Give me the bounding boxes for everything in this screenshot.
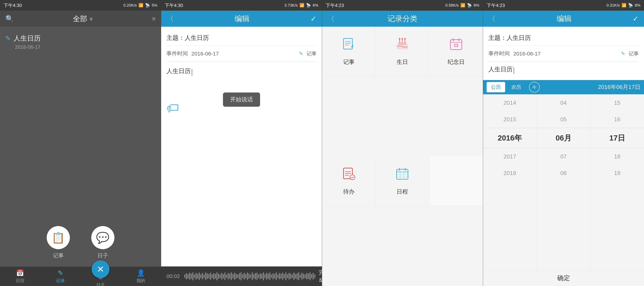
calendar-type-solar[interactable]: 公历 (486, 82, 505, 92)
chevron-down-icon[interactable]: ∨ (89, 16, 93, 22)
category-birthday[interactable]: 生日 (376, 27, 430, 76)
category-birthday-label: 生日 (396, 58, 408, 66)
category-anniversary[interactable]: 6 纪念日 (429, 27, 483, 76)
speed-4: 0.31K/s (606, 3, 620, 8)
year-item-2014[interactable]: 2014 (483, 95, 536, 111)
panel-edit-date: 下午4:23 0.31K/s 📶 📡 8% 〈 编辑 ✓ 主题：人生日历 事件时… (483, 0, 644, 286)
action-jishi-label: 记事 (53, 252, 64, 259)
signal-icon-4: 📶 (622, 3, 626, 8)
subject-row-2: 主题：人生日历 (166, 30, 316, 46)
speed-2: 3.73K/s (284, 3, 298, 8)
category-schedule-label: 日程 (396, 188, 408, 196)
type-badge-2[interactable]: 记事 (306, 50, 316, 57)
action-jishi-icon: 📋 (47, 226, 70, 249)
header-title-1: 全部 ∨ (73, 14, 93, 24)
tag-icon-2: 🏷 (166, 101, 179, 115)
panel-category: 下午4:23 0.58K/s 📶 📡 8% 〈 记录分类 记事 (322, 0, 483, 286)
record-tab-label: 记录 (56, 278, 65, 284)
event-edit-icon-4[interactable]: ✎ (621, 51, 625, 57)
back-button-2[interactable]: 〈 (166, 14, 174, 24)
todo-icon (342, 167, 356, 184)
tab-record[interactable]: ✎ 记录 (40, 267, 80, 286)
year-item-2015[interactable]: 2015 (483, 111, 536, 128)
category-grid: 记事 生日 (322, 27, 483, 286)
svg-rect-0 (344, 38, 352, 49)
battery-4: 8% (635, 3, 640, 8)
year-item-2018[interactable]: 2018 (483, 165, 536, 181)
day-item-15[interactable]: 15 (590, 95, 644, 111)
day-item-16[interactable]: 16 (590, 111, 644, 128)
note-area-4[interactable]: 人生日历 (488, 62, 639, 77)
svg-point-6 (399, 38, 400, 40)
category-schedule[interactable]: 日程 (376, 156, 430, 206)
date-picker-confirm: 确定 (483, 270, 644, 286)
tab-mine[interactable]: 👤 我的 (121, 267, 161, 286)
filter-icon[interactable]: ≡ (152, 15, 156, 22)
day-item-18[interactable]: 18 (590, 148, 644, 165)
confirm-button-4[interactable]: ✓ (632, 14, 639, 23)
panel-edit: 下午4:30 3.73K/s 📶 📡 6% 〈 编辑 ✓ 主题：人生日历 事件时… (161, 0, 322, 286)
year-column: 2014 2015 2016年 2017 2018 (483, 95, 536, 270)
wifi-icon-4: 📡 (628, 3, 633, 8)
day-item-19[interactable]: 19 (590, 165, 644, 181)
status-bar-3: 下午4:23 0.58K/s 📶 📡 8% (322, 0, 483, 11)
time-2: 下午4:30 (165, 2, 183, 8)
category-anniversary-label: 纪念日 (448, 58, 465, 66)
event-time-value-4[interactable]: 2016-06-17 (513, 51, 618, 57)
year-item-2017[interactable]: 2017 (483, 148, 536, 165)
today-button[interactable]: 今 (529, 82, 540, 93)
back-button-3[interactable]: 〈 (328, 14, 334, 24)
navbar-2: 〈 编辑 ✓ (161, 11, 322, 27)
month-item-04[interactable]: 04 (537, 95, 590, 111)
item-title: 人生日历 (14, 34, 41, 43)
calendar-tab-label: 日历 (16, 278, 24, 284)
action-jishi[interactable]: 📋 记事 (47, 226, 70, 259)
event-time-label-4: 事件时间 (488, 50, 510, 57)
month-item-05[interactable]: 05 (537, 111, 590, 128)
signal-icon-3: 📶 (460, 3, 465, 8)
day-item-17[interactable]: 17日 (590, 128, 644, 148)
list-item[interactable]: ✎ 人生日历 2016-06-17 (5, 30, 156, 50)
note-area-2[interactable]: 人生日历 (166, 62, 316, 97)
fab-button[interactable]: ✕ (92, 260, 110, 278)
category-empty (429, 156, 483, 206)
wifi-icon-2: 📡 (306, 3, 311, 8)
type-badge-4[interactable]: 记事 (629, 50, 639, 57)
confirm-date-button[interactable]: 确定 (557, 274, 570, 283)
speech-bubble-button[interactable]: 开始说话 (223, 93, 260, 107)
list-item-title-row: ✎ 人生日历 (5, 30, 156, 44)
speed-1: 0.20K/s (124, 3, 137, 8)
month-item-07[interactable]: 07 (537, 148, 590, 165)
navbar-4: 〈 编辑 ✓ (483, 11, 644, 27)
search-icon[interactable]: 🔍 (5, 15, 14, 23)
header-bar-1: 🔍 全部 ∨ ≡ (0, 11, 161, 27)
status-icons-2: 3.73K/s 📶 📡 6% (284, 3, 318, 8)
action-rizi[interactable]: 💬 日子 (91, 226, 114, 259)
tab-calendar[interactable]: 📅 日历 (0, 267, 40, 286)
time-3: 下午4:23 (326, 2, 344, 8)
schedule-icon (395, 167, 410, 184)
subject-label-2: 主题：人生日历 (166, 34, 209, 41)
category-jishi[interactable]: 记事 (322, 27, 376, 76)
subject-row-4: 主题：人生日历 (488, 30, 639, 46)
confirm-button-2[interactable]: ✓ (310, 14, 316, 23)
calendar-type-lunar[interactable]: 农历 (507, 82, 526, 92)
note-text-2: 人生日历 (166, 68, 191, 74)
event-time-label-2: 事件时间 (166, 50, 188, 57)
status-bar-4: 下午4:23 0.31K/s 📶 📡 8% (483, 0, 644, 11)
note-text-4: 人生日历 (488, 66, 513, 73)
action-rizi-label: 日子 (98, 252, 108, 259)
birthday-icon (395, 37, 410, 55)
category-todo[interactable]: 待办 (322, 156, 376, 206)
event-edit-icon-2[interactable]: ✎ (299, 51, 303, 57)
time-1: 下午4:30 (4, 2, 22, 8)
status-icons-1: 0.20K/s 📶 📡 5% (124, 3, 158, 8)
year-item-2016[interactable]: 2016年 (483, 128, 536, 148)
svg-point-7 (402, 38, 403, 40)
back-button-4[interactable]: 〈 (488, 14, 496, 24)
month-item-06[interactable]: 06月 (537, 128, 590, 148)
day-column: 15 16 17日 18 19 (590, 95, 644, 270)
event-time-value-2[interactable]: 2016-06-17 (192, 51, 295, 57)
navbar-3: 〈 记录分类 (322, 11, 483, 27)
month-item-08[interactable]: 08 (537, 165, 590, 181)
